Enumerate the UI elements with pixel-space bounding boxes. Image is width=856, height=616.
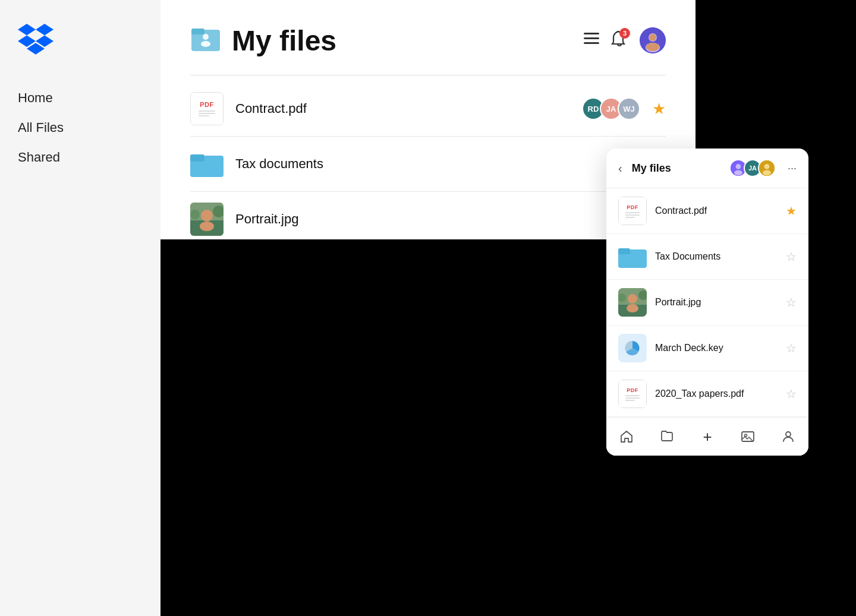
mobile-file-row[interactable]: PDF Contract.pdf ★: [606, 188, 808, 234]
svg-rect-6: [584, 42, 599, 44]
mobile-nav-home[interactable]: [616, 426, 637, 447]
sidebar-item-all-files[interactable]: All Files: [18, 113, 143, 143]
mobile-panel-title: My files: [632, 162, 722, 175]
star-button[interactable]: ★: [652, 100, 666, 118]
svg-point-23: [734, 170, 742, 175]
file-name: Tax documents: [235, 156, 641, 172]
mobile-star-button[interactable]: ☆: [786, 249, 797, 264]
collaborator-avatar: WJ: [618, 97, 640, 120]
svg-point-18: [190, 210, 200, 219]
mobile-panel: ‹ My files JA ··· PDF: [606, 149, 808, 456]
svg-point-31: [628, 294, 637, 304]
file-thumbnail: PDF: [190, 92, 224, 125]
back-button[interactable]: ‹: [618, 162, 622, 175]
svg-point-11: [646, 43, 659, 51]
mobile-star-button[interactable]: ☆: [786, 295, 797, 309]
main-content: My files 3: [160, 0, 696, 428]
my-files-folder-icon: [190, 24, 221, 57]
mobile-file-thumbnail: PDF: [618, 197, 647, 225]
user-avatar[interactable]: [640, 27, 666, 53]
mobile-star-button[interactable]: ☆: [786, 341, 797, 355]
sidebar-item-shared[interactable]: Shared: [18, 143, 143, 172]
svg-point-26: [763, 170, 771, 175]
mobile-file-row[interactable]: PDF 2020_Tax papers.pdf ☆: [606, 371, 808, 417]
header-divider: [190, 75, 666, 75]
svg-rect-13: [190, 154, 204, 162]
collaborators: RD JA WJ: [582, 97, 640, 120]
mobile-file-name: Contract.pdf: [655, 206, 778, 216]
mobile-star-button[interactable]: ☆: [786, 387, 797, 401]
svg-point-2: [203, 34, 209, 40]
pdf-lines: [199, 110, 215, 116]
mobile-nav-add[interactable]: +: [697, 426, 718, 447]
mobile-file-thumbnail: [618, 242, 647, 271]
pdf-label: PDF: [627, 204, 638, 210]
svg-rect-4: [584, 33, 599, 34]
mobile-file-name: Portrait.jpg: [655, 297, 778, 308]
file-row[interactable]: PDF Contract.pdf RD JA WJ ★: [190, 81, 666, 137]
mobile-avatar: [758, 159, 776, 177]
mobile-collaborators: JA: [729, 159, 776, 177]
mobile-panel-header: ‹ My files JA ···: [606, 149, 808, 188]
notification-bell[interactable]: 3: [611, 30, 628, 50]
svg-point-32: [627, 304, 638, 312]
svg-point-16: [201, 210, 213, 222]
mobile-file-row[interactable]: Portrait.jpg ☆: [606, 280, 808, 326]
mobile-file-name: Tax Documents: [655, 251, 778, 262]
mobile-file-thumbnail: PDF: [618, 380, 647, 408]
svg-rect-5: [584, 37, 599, 39]
svg-rect-28: [618, 248, 630, 254]
file-name: Contract.pdf: [235, 101, 570, 116]
mobile-file-name: 2020_Tax papers.pdf: [655, 388, 778, 399]
mobile-file-name: March Deck.key: [655, 343, 778, 353]
page-title: My files: [232, 24, 336, 57]
mobile-star-button[interactable]: ★: [786, 204, 797, 218]
svg-point-22: [736, 164, 741, 169]
file-row[interactable]: Tax documents ☆: [190, 137, 666, 192]
mobile-file-row[interactable]: March Deck.key ☆: [606, 326, 808, 371]
hamburger-icon[interactable]: [584, 33, 599, 48]
mobile-nav-profile[interactable]: [778, 426, 799, 447]
svg-point-38: [786, 432, 791, 437]
mobile-file-thumbnail: [618, 288, 647, 317]
file-thumbnail: [190, 203, 224, 236]
mobile-nav-files[interactable]: [656, 426, 678, 447]
pdf-label: PDF: [627, 387, 638, 393]
header-left: My files: [190, 24, 336, 57]
mobile-bottom-nav: +: [606, 417, 808, 456]
svg-point-10: [649, 34, 656, 41]
page-header: My files 3: [190, 24, 666, 57]
dropbox-logo[interactable]: [18, 24, 54, 53]
svg-point-3: [201, 41, 210, 47]
mobile-file-row[interactable]: Tax Documents ☆: [606, 234, 808, 280]
pdf-label: PDF: [200, 101, 214, 108]
mobile-nav-photos[interactable]: [737, 426, 759, 447]
mobile-file-thumbnail: [618, 334, 647, 362]
svg-point-17: [200, 222, 214, 231]
header-right: 3: [584, 27, 666, 53]
more-options-button[interactable]: ···: [788, 162, 797, 175]
sidebar-item-home[interactable]: Home: [18, 83, 143, 113]
sidebar: Home All Files Shared: [0, 0, 160, 616]
svg-rect-1: [191, 29, 204, 34]
notification-badge: 3: [619, 28, 630, 39]
file-name: Portrait.jpg: [235, 211, 641, 227]
file-thumbnail: [190, 147, 224, 181]
svg-point-25: [764, 164, 770, 169]
